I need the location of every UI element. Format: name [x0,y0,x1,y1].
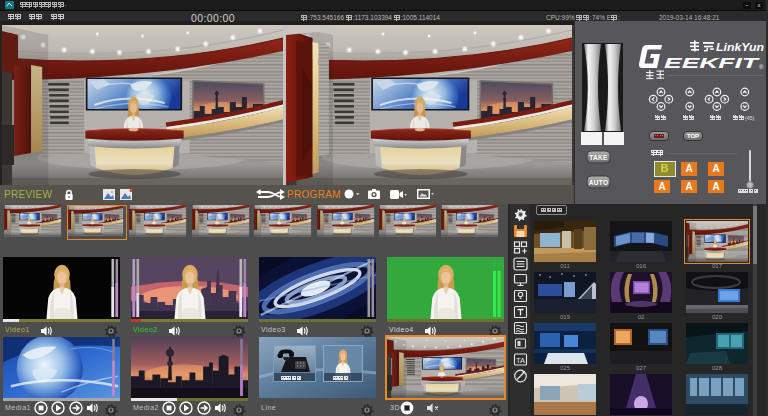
svg-text:AUTO: AUTO [589,179,609,186]
svg-text:LinkYun: LinkYun [716,41,764,53]
svg-text:EEKFIT: EEKFIT [664,54,761,71]
svg-text:TA: TA [516,356,525,365]
svg-text:®: ® [759,64,764,70]
svg-text:TAKE: TAKE [589,154,608,161]
